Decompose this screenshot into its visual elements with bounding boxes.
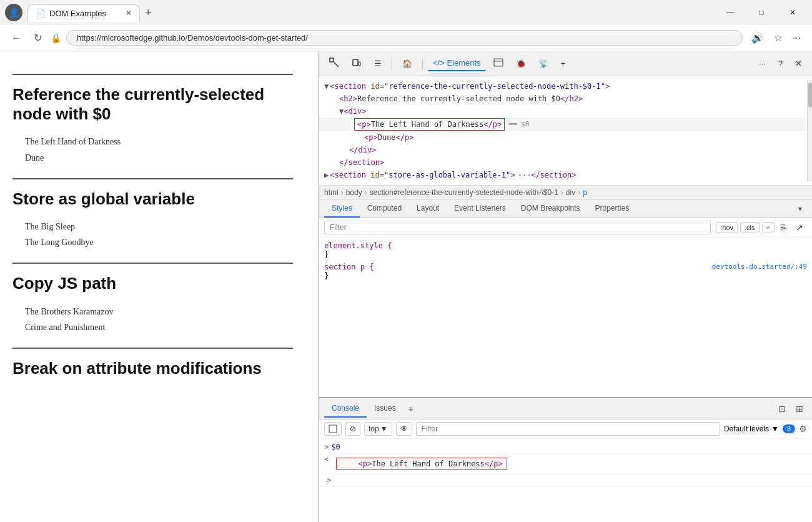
console-p-text: The Left Hand of Darkness <box>372 459 485 468</box>
favorite-icon[interactable]: ☆ <box>770 29 786 46</box>
style-rule-section-header: section p { devtools-do…started/:49 <box>324 263 807 271</box>
breadcrumb-html[interactable]: html <box>324 188 339 197</box>
divider-2 <box>12 178 293 179</box>
console-top-selector[interactable]: top ▼ <box>364 422 392 436</box>
console-detach-button[interactable]: ⊞ <box>792 403 807 415</box>
styles-filter-input[interactable] <box>324 221 711 234</box>
svg-rect-0 <box>330 58 334 62</box>
device-emulation-button[interactable] <box>347 55 367 72</box>
style-closing-section-p: } <box>324 271 807 280</box>
inspect-element-button[interactable] <box>324 55 344 72</box>
styles-filter-buttons: :hov .cls + ⎘ ↗ <box>716 221 807 234</box>
dom-tree: ▼ <section id="reference-the-currently-s… <box>319 76 812 186</box>
tab-properties[interactable]: Properties <box>588 200 637 218</box>
navigate-styles-button[interactable]: ↗ <box>792 221 807 234</box>
more-options-button[interactable]: ··· <box>754 56 771 71</box>
dom-div-close: </div> <box>349 144 376 156</box>
address-input[interactable] <box>66 30 743 46</box>
tab-title: DOM Examples <box>49 9 106 18</box>
styles-tab-more[interactable]: ▾ <box>793 201 807 217</box>
console-expand-arrow[interactable]: < <box>319 455 329 463</box>
read-aloud-icon[interactable]: 🔊 <box>748 29 768 46</box>
dom-tag-section: <section id="reference-the-currently-sel… <box>330 81 610 92</box>
dom-line-p-dune[interactable]: <p>Dune</p> <box>319 131 812 144</box>
divider-3 <box>12 263 293 264</box>
style-closing-element: } <box>324 250 807 259</box>
browser-titlebar: 👤 📄 DOM Examples ✕ + — □ ✕ <box>0 0 812 25</box>
sidebar-toggle-button[interactable]: ☰ <box>369 56 387 71</box>
console-tabs: Console Issues + ⊡ ⊞ <box>319 398 812 419</box>
dom-line-section[interactable]: ▼ <section id="reference-the-currently-s… <box>319 80 812 93</box>
dom-h2-close: </h2> <box>560 93 583 104</box>
titlebar-controls: — □ ✕ <box>716 3 807 23</box>
console-no-symbol-button[interactable]: ⊘ <box>345 422 360 436</box>
hover-filter-button[interactable]: :hov <box>716 222 738 233</box>
console-line-expand[interactable]: > <box>319 474 812 487</box>
help-button[interactable]: ? <box>773 56 788 71</box>
devtools-panel: ☰ 🏠 </> Elements 🐞 📡 + ··· ? ✕ ▼ <box>319 51 812 522</box>
console-close-arrow: > <box>327 476 331 484</box>
scrollbar-thumb[interactable] <box>808 83 812 108</box>
dom-p-close: </p> <box>483 120 502 129</box>
dom-line-section2[interactable]: ▶ <section id="store-as-global-variable-… <box>319 169 812 181</box>
reload-button[interactable]: ↻ <box>30 29 46 46</box>
add-style-button[interactable]: + <box>762 222 775 233</box>
active-tab[interactable]: 📄 DOM Examples ✕ <box>27 4 140 22</box>
more-tabs-button[interactable]: + <box>556 56 571 71</box>
section-title-2: Store as global variable <box>12 189 293 209</box>
dom-h2: <h2> <box>339 93 357 104</box>
dom-div-triangle[interactable]: ▼ <box>339 106 344 117</box>
svg-rect-1 <box>353 59 358 66</box>
style-source-link[interactable]: devtools-do…started/:49 <box>712 263 807 271</box>
console-input-code: $0 <box>331 443 340 451</box>
breadcrumb-section[interactable]: section#reference-the-currently-selected… <box>370 188 558 197</box>
console-badge: 8 <box>783 424 795 433</box>
console-eye-button[interactable]: 👁 <box>396 422 412 436</box>
section-copy-js: Copy JS path The Brothers Karamazov Crim… <box>12 263 293 335</box>
tab-styles[interactable]: Styles <box>324 200 360 218</box>
close-button[interactable]: ✕ <box>778 3 807 23</box>
tab-event-listeners[interactable]: Event Listeners <box>447 200 513 218</box>
console-tab-issues[interactable]: Issues <box>367 400 404 418</box>
breadcrumb-div[interactable]: div <box>566 188 575 197</box>
more-button[interactable]: ··· <box>789 29 805 46</box>
console-tab-console[interactable]: Console <box>324 400 367 418</box>
breadcrumb-p[interactable]: p <box>583 188 587 197</box>
console-levels-arrow[interactable]: ▼ <box>771 424 779 433</box>
console-clear-button[interactable] <box>324 422 342 436</box>
address-bar: ← ↻ 🔒 🔊 ☆ ··· <box>0 25 812 51</box>
style-closing-brace: } <box>324 250 329 259</box>
copy-styles-button[interactable]: ⎘ <box>777 221 790 234</box>
new-tab-button[interactable]: + <box>140 4 157 22</box>
tab-close-button[interactable]: ✕ <box>126 9 132 18</box>
tab-dom-breakpoints[interactable]: DOM Breakpoints <box>513 200 588 218</box>
console-filter-input[interactable] <box>416 422 720 436</box>
breadcrumb-body[interactable]: body <box>346 188 362 197</box>
dom-line-div[interactable]: ▼ <div> <box>319 105 812 118</box>
home-button[interactable]: 🏠 <box>397 56 417 71</box>
back-button[interactable]: ← <box>7 30 25 46</box>
dom-selected-indicator: == $0 <box>508 119 529 130</box>
tab-elements[interactable]: </> Elements <box>428 56 486 71</box>
dom-line-p-highlighted[interactable]: <p>The Left Hand of Darkness</p> == $0 <box>319 118 812 131</box>
collapse-triangle[interactable]: ▼ <box>324 81 329 92</box>
console-settings-button[interactable]: ⚙ <box>799 424 807 434</box>
tab-computed[interactable]: Computed <box>360 200 409 218</box>
class-filter-button[interactable]: .cls <box>740 222 760 233</box>
tab-bugs[interactable]: 🐞 <box>511 56 531 71</box>
webpage-content: Reference the currently-selected node wi… <box>0 51 318 403</box>
tab-performance[interactable]: 📡 <box>533 56 553 71</box>
main-content: Reference the currently-selected node wi… <box>0 51 812 522</box>
dom-breadcrumb: html › body › section#reference-the-curr… <box>319 186 812 200</box>
style-section-p-closing-brace: } <box>324 271 329 280</box>
devtools-close-button[interactable]: ✕ <box>790 56 807 71</box>
maximize-button[interactable]: □ <box>747 3 776 23</box>
dom-tree-scrollbar[interactable] <box>807 80 812 181</box>
tab-layout[interactable]: Layout <box>409 200 447 218</box>
minimize-button[interactable]: — <box>716 3 745 23</box>
console-add-tab-button[interactable]: + <box>404 401 418 416</box>
dom-section2-triangle[interactable]: ▶ <box>324 169 329 181</box>
dom-p-text: The Left Hand of Darkness <box>371 120 484 129</box>
tab-network[interactable] <box>488 55 508 72</box>
console-screenshot-button[interactable]: ⊡ <box>775 403 790 415</box>
